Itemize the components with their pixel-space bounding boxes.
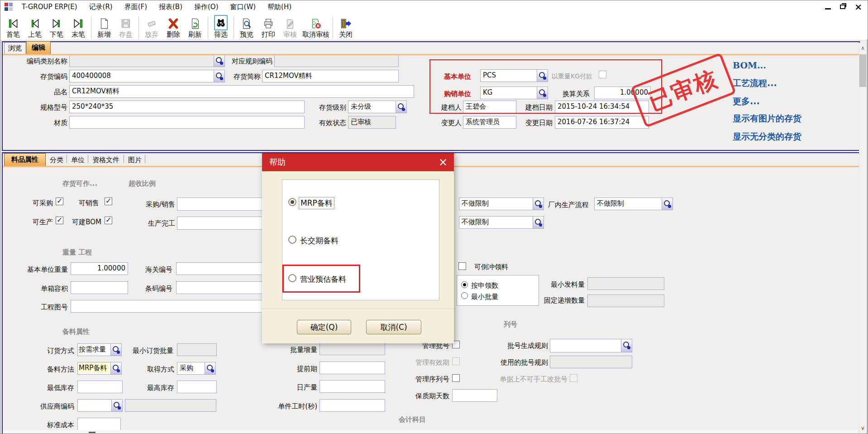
item-code-field[interactable]: 400400008 [69, 70, 214, 82]
level-field[interactable]: 未分级 [348, 101, 396, 113]
option-long-lead-radio[interactable] [288, 236, 296, 244]
backflush-checkbox[interactable] [458, 262, 466, 270]
base-weight-field[interactable]: 1.00000 [71, 262, 128, 275]
over-purchase-sale-field[interactable] [177, 198, 267, 211]
modify-date-field[interactable]: 2016-07-26 16:37:24 [555, 116, 649, 129]
toolbar-next-record[interactable]: 下笔 [46, 16, 67, 40]
level-lookup-icon[interactable] [396, 101, 407, 113]
process-flow-link[interactable]: 工艺流程... [733, 77, 777, 89]
ok-button[interactable]: 确定(Q) [297, 320, 351, 334]
toolbar-prev-record[interactable]: 上笔 [24, 16, 46, 40]
acquire-mode-field[interactable]: 采购 [177, 362, 205, 375]
order-mode-field[interactable]: 按需求量 [77, 343, 111, 356]
production-done-field[interactable] [177, 217, 267, 230]
material-field[interactable] [69, 116, 305, 129]
menu-window[interactable]: 窗口(W) [224, 3, 262, 11]
supplier-code-lookup-icon[interactable] [112, 399, 123, 412]
horizontal-scrollbar-thumb[interactable] [89, 432, 95, 433]
more-link[interactable]: 更多... [733, 96, 760, 107]
factory-flow-lookup-icon[interactable] [662, 198, 673, 210]
option-long-lead-label[interactable]: 长交期备料 [300, 236, 339, 246]
spec-field[interactable]: 250*240*35 [69, 101, 305, 113]
bom-link[interactable]: BOM... [733, 60, 766, 70]
menu-record[interactable]: 记录(R) [83, 3, 119, 11]
show-unclassified-link[interactable]: 显示无分类的存货 [733, 131, 801, 143]
modifier-field[interactable]: 系统管理员 [463, 116, 516, 129]
supplier-code-field[interactable] [77, 399, 112, 412]
item-code-lookup-icon[interactable] [214, 70, 225, 82]
std-cost-field[interactable] [77, 418, 121, 430]
max-stock-field[interactable] [177, 381, 217, 393]
toolbar-first-record[interactable]: 首笔 [2, 16, 24, 40]
limit1-lookup-icon[interactable] [533, 198, 544, 210]
drawing-number-field[interactable] [71, 300, 267, 313]
tab-unit[interactable]: 单位 [71, 156, 85, 164]
acquire-mode-lookup-icon[interactable] [205, 362, 216, 375]
box-volume-field[interactable] [71, 281, 128, 294]
toolbar-filter[interactable]: 筛选 [210, 14, 232, 40]
dialog-close-icon[interactable]: × [439, 157, 448, 168]
order-mode-lookup-icon[interactable] [111, 343, 122, 356]
min-batch-radio[interactable] [461, 292, 468, 299]
batch-rule-field[interactable] [550, 339, 621, 352]
toolbar-close[interactable]: 关闭 [335, 16, 357, 40]
menu-operation[interactable]: 操作(O) [188, 3, 224, 11]
unit-hours-field[interactable] [320, 399, 385, 412]
tab-classification[interactable]: 分类 [50, 156, 63, 164]
menu-interface[interactable]: 界面(F) [119, 3, 153, 11]
lead-time-field[interactable] [320, 362, 385, 374]
menu-report[interactable]: 报表(B) [153, 3, 188, 11]
vertical-scrollbar-thumb[interactable] [859, 54, 866, 87]
vertical-scrollbar[interactable] [859, 43, 867, 434]
scroll-up-icon[interactable]: ∧ [859, 43, 867, 53]
toolbar-delete[interactable]: 删除 [162, 16, 184, 40]
tab-browse[interactable]: 浏览 [4, 42, 26, 54]
tab-qualification-files[interactable]: 资格文件 [92, 156, 119, 164]
barcode-field[interactable] [176, 281, 267, 294]
help-dialog-titlebar[interactable]: 帮助 × [262, 153, 454, 171]
prep-method-lookup-icon[interactable] [111, 362, 122, 375]
close-window-icon[interactable]: × [854, 3, 862, 10]
restore-icon[interactable] [840, 5, 845, 9]
shelf-life-field[interactable] [452, 389, 497, 402]
menu-tgroup-erp[interactable]: T-GROUP ERP(E) [16, 3, 83, 11]
horizontal-scrollbar[interactable] [3, 430, 858, 434]
cancel-button[interactable]: 取消(C) [366, 320, 421, 334]
purchasable-checkbox[interactable] [56, 198, 63, 205]
toolbar-last-record[interactable]: 末笔 [67, 16, 89, 40]
limit2-lookup-icon[interactable] [533, 216, 544, 229]
factory-flow-field[interactable]: 不做限制 [594, 198, 662, 210]
option-mrp-label[interactable]: MRP备料 [299, 198, 334, 209]
toolbar-preview[interactable]: 预览 [236, 16, 258, 40]
limit2-field[interactable]: 不做限制 [459, 216, 533, 229]
sellable-checkbox[interactable] [105, 198, 112, 205]
tab-edit[interactable]: 编辑 [26, 41, 51, 54]
toolbar-print[interactable]: 打印 [258, 16, 279, 40]
rule-code-field[interactable] [274, 54, 399, 67]
producible-checkbox[interactable] [56, 217, 63, 224]
tab-item-attributes[interactable]: 料品属性 [4, 153, 46, 166]
menu-help[interactable]: 帮助(H) [262, 3, 297, 11]
min-stock-field[interactable] [77, 381, 123, 393]
code-category-lookup-icon[interactable] [214, 54, 225, 67]
customs-code-field[interactable] [176, 262, 267, 275]
prep-method-field[interactable]: MRP备料 [77, 362, 111, 375]
batch-rule-lookup-icon[interactable] [621, 339, 632, 352]
show-with-image-link[interactable]: 显示有图片的存货 [733, 113, 801, 125]
toolbar-refresh[interactable]: 刷新 [184, 16, 206, 40]
limit1-field[interactable]: 不做限制 [459, 198, 533, 210]
tab-separator [88, 155, 88, 163]
item-abbr-field[interactable]: CR12MOV精料 [262, 70, 399, 82]
tab-images[interactable]: 图片 [128, 156, 142, 164]
daily-output-field[interactable] [320, 380, 385, 393]
minimize-icon[interactable] [825, 8, 831, 10]
by-application-radio[interactable] [461, 281, 468, 288]
option-mrp-radio[interactable] [288, 198, 296, 206]
manage-serial-checkbox[interactable] [452, 374, 460, 382]
code-category-field[interactable] [69, 54, 214, 67]
toolbar-cancel-audit[interactable]: 取消审核 [301, 16, 331, 40]
scroll-down-icon[interactable]: ∨ [859, 423, 867, 434]
product-name-field[interactable]: CR12MOV精料 [69, 85, 414, 98]
can-bom-checkbox[interactable] [105, 217, 112, 224]
toolbar-new[interactable]: 新增 [93, 16, 115, 40]
